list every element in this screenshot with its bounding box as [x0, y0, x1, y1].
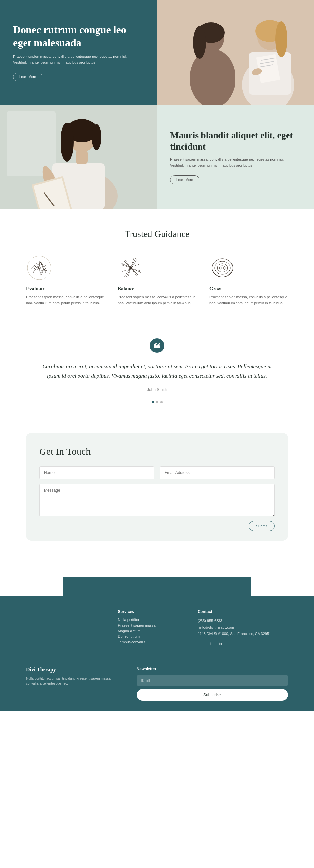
newsletter-heading: Newsletter — [137, 667, 288, 671]
quote-dot-1[interactable] — [152, 401, 154, 403]
service-item[interactable]: Tempus convallis — [118, 640, 178, 644]
contact-heading: Get In Touch — [39, 446, 275, 457]
trusted-section: Trusted Guidance Evaluate Praesent sapie… — [0, 209, 314, 319]
facebook-icon[interactable]: f — [198, 640, 204, 647]
message-textarea[interactable] — [39, 484, 275, 517]
name-input[interactable] — [39, 466, 154, 479]
feature-balance-title: Balance — [118, 286, 196, 292]
feature-grow-title: Grow — [209, 286, 288, 292]
quote-pagination — [39, 401, 275, 403]
feature-evaluate-title: Evaluate — [26, 286, 105, 292]
email-input[interactable] — [160, 466, 275, 479]
tangle-icon — [26, 255, 52, 281]
contact-section: Get In Touch Submit — [0, 423, 314, 557]
svg-point-57 — [215, 261, 230, 274]
svg-line-38 — [124, 261, 130, 267]
contact-details: (235) 955-6333 hello@divitherapy.com 134… — [198, 618, 288, 637]
footer-newsletter-col: Newsletter Subscribe — [137, 667, 288, 701]
footer-contact-col: Contact (235) 955-6333 hello@divitherapy… — [198, 609, 288, 647]
contour-icon — [209, 255, 235, 281]
svg-line-39 — [132, 269, 138, 275]
linkedin-icon[interactable]: in — [217, 640, 224, 647]
footer: Services Nulla porttitor Praesent sapien… — [0, 577, 314, 711]
footer-email: hello@divitherapy.com — [198, 624, 288, 631]
features-grid: Evaluate Praesent sapien massa, convalli… — [26, 255, 288, 306]
svg-rect-16 — [6, 111, 56, 177]
quote-author: John Smith — [39, 388, 275, 392]
service-item[interactable]: Donec rutrum — [118, 634, 178, 638]
newsletter-email-input[interactable] — [137, 675, 288, 686]
brand-description: Nulla porttitor accumsan tincidunt. Prae… — [26, 676, 117, 686]
quote-icon — [150, 338, 164, 353]
feature-grow-desc: Praesent sapien massa, convallis a pelle… — [209, 294, 288, 306]
twitter-icon[interactable]: t — [207, 640, 214, 647]
second-left-image — [0, 104, 157, 209]
service-item[interactable]: Praesent sapien massa — [118, 623, 178, 627]
second-description: Praesent sapien massa, convallis a pelle… — [170, 157, 301, 168]
contact-form: Submit — [39, 466, 275, 531]
form-name-email-row — [39, 466, 275, 479]
contact-card: Get In Touch Submit — [26, 433, 288, 541]
svg-point-9 — [276, 21, 287, 57]
feature-balance: Balance Praesent sapien massa, convallis… — [118, 255, 196, 306]
subscribe-button[interactable]: Subscribe — [137, 689, 288, 701]
services-list: Nulla porttitor Praesent sapien massa Ma… — [118, 618, 178, 644]
sunburst-icon — [118, 255, 144, 281]
hero-right-image — [157, 0, 314, 104]
brand-name: Divi Therapy — [26, 667, 117, 673]
svg-point-4 — [193, 26, 206, 59]
pre-footer-spacer — [0, 557, 314, 577]
feature-grow: Grow Praesent sapien massa, convallis a … — [209, 255, 288, 306]
feature-evaluate: Evaluate Praesent sapien massa, convalli… — [26, 255, 105, 306]
trusted-heading: Trusted Guidance — [26, 229, 288, 239]
hero-description: Praesent sapien massa, convallis a pelle… — [13, 54, 144, 65]
quote-section: Curabitur arcu erat, accumsan id imperdi… — [0, 319, 314, 423]
hero-section: Donec rutrum congue leo eget malesuada P… — [0, 0, 314, 104]
quote-dot-2[interactable] — [156, 401, 158, 403]
feature-balance-desc: Praesent sapien massa, convallis a pelle… — [118, 294, 196, 306]
footer-bottom-row: Divi Therapy Nulla porttitor accumsan ti… — [26, 660, 288, 701]
services-heading: Services — [118, 609, 178, 614]
quote-dot-3[interactable] — [160, 401, 163, 403]
footer-brand-col: Divi Therapy Nulla porttitor accumsan ti… — [26, 667, 117, 686]
svg-point-28 — [92, 124, 102, 150]
svg-rect-29 — [76, 150, 88, 164]
footer-services-contact-row: Services Nulla porttitor Praesent sapien… — [0, 596, 314, 711]
footer-phone: (235) 955-6333 — [198, 618, 288, 624]
second-title: Mauris blandit aliquet elit, eget tincid… — [170, 129, 301, 152]
footer-address: 1343 Divi St #1000, San Francisco, CA 32… — [198, 631, 288, 638]
second-right-panel: Mauris blandit aliquet elit, eget tincid… — [157, 104, 314, 209]
form-submit-row: Submit — [39, 521, 275, 531]
svg-point-59 — [220, 266, 225, 270]
service-item[interactable]: Magna dictum — [118, 629, 178, 633]
contact-heading-footer: Contact — [198, 609, 288, 614]
service-item[interactable]: Nulla porttitor — [118, 618, 178, 622]
hero-left-panel: Donec rutrum congue leo eget malesuada P… — [0, 0, 157, 104]
hero-title: Donec rutrum congue leo eget malesuada — [13, 23, 144, 49]
svg-point-60 — [221, 267, 224, 269]
footer-services-col: Services Nulla porttitor Praesent sapien… — [118, 609, 178, 647]
second-learn-more-button[interactable]: Learn More — [170, 176, 199, 184]
quote-text: Curabitur arcu erat, accumsan id imperdi… — [39, 362, 275, 381]
hero-learn-more-button[interactable]: Learn More — [13, 72, 42, 81]
svg-point-27 — [60, 123, 74, 162]
social-icons: f t in — [198, 640, 288, 647]
submit-button[interactable]: Submit — [249, 521, 275, 531]
svg-point-58 — [217, 264, 228, 272]
feature-evaluate-desc: Praesent sapien massa, convallis a pelle… — [26, 294, 105, 306]
second-section: Mauris blandit aliquet elit, eget tincid… — [0, 104, 314, 209]
